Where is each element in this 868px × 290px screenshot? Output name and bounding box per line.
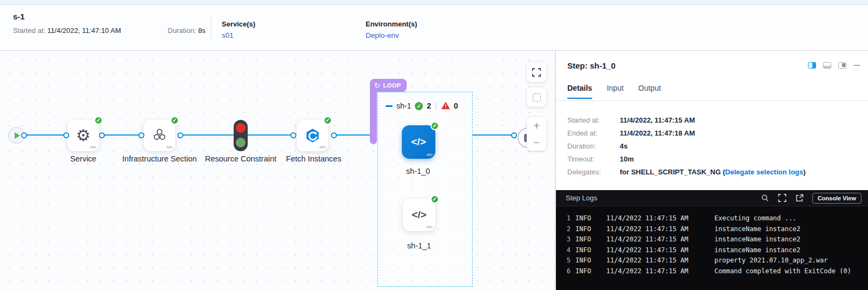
log-message: instanceName instance2 bbox=[714, 224, 800, 235]
log-timestamp: 11/4/2022 11:47:15 AM bbox=[606, 213, 688, 224]
tab-output[interactable]: Output bbox=[638, 84, 661, 99]
fullscreen-icon bbox=[532, 68, 541, 77]
log-search-button[interactable] bbox=[761, 194, 769, 202]
loop-group-header: sh-1 ✓ 2 0 bbox=[386, 102, 458, 110]
layout-right-drawer-icon[interactable] bbox=[838, 62, 846, 69]
gear-icon: ⚙ bbox=[76, 127, 91, 144]
success-count-icon: ✓ bbox=[415, 102, 423, 110]
duration-row: Duration: 8s bbox=[168, 26, 206, 35]
log-timestamp: 11/4/2022 11:47:15 AM bbox=[606, 255, 688, 266]
search-icon bbox=[761, 194, 769, 202]
log-line: 4 INFO 11/4/2022 11:47:15 AM instanceNam… bbox=[556, 245, 868, 256]
execution-page: s-1 Started at: 11/4/2022, 11:47:10 AM D… bbox=[0, 0, 868, 290]
header-divider bbox=[211, 16, 211, 39]
canvas-marquee-select-button[interactable] bbox=[527, 87, 546, 107]
environment-link[interactable]: Deplo-env bbox=[366, 31, 417, 39]
node-resource-constraint[interactable] bbox=[234, 120, 248, 151]
flow-line bbox=[102, 134, 141, 136]
service-link[interactable]: s01 bbox=[222, 31, 255, 39]
log-line-number: 1 bbox=[564, 213, 571, 224]
hexagon-cluster-icon bbox=[151, 127, 168, 144]
pipeline-name: s-1 bbox=[13, 12, 25, 21]
started-at-label: Started at: bbox=[13, 26, 45, 35]
log-open-new-tab-button[interactable] bbox=[796, 194, 804, 202]
log-line: 1 INFO 11/4/2022 11:47:15 AM Executing c… bbox=[556, 213, 868, 224]
detail-value: 11/4/2022, 11:47:15 AM bbox=[620, 116, 695, 124]
flow-line bbox=[334, 134, 371, 136]
log-message: instanceName instance2 bbox=[714, 245, 800, 256]
main-area: ⚙ ✓ </> Service ✓ </> Infrastructure Sec… bbox=[0, 51, 868, 290]
zoom-in-button[interactable]: + bbox=[527, 117, 546, 134]
count-divider bbox=[436, 102, 436, 110]
zoom-out-button[interactable]: − bbox=[527, 134, 546, 151]
services-column: Service(s) s01 bbox=[222, 20, 255, 39]
node-fetch-instances[interactable]: ✓ </> bbox=[297, 120, 328, 151]
node-label: sh-1_1 bbox=[387, 241, 452, 252]
canvas-zoom-controls: + − bbox=[527, 117, 546, 151]
log-level: INFO bbox=[575, 213, 594, 224]
success-badge-icon: ✓ bbox=[94, 116, 103, 125]
loop-badge[interactable]: ↻ LOOP bbox=[370, 79, 407, 92]
failure-count: 0 bbox=[454, 102, 458, 110]
loop-group-strip bbox=[370, 91, 377, 144]
external-link-icon bbox=[796, 194, 804, 202]
canvas-fullscreen-button[interactable] bbox=[527, 63, 546, 82]
expand-icon bbox=[778, 194, 786, 202]
console-view-button[interactable]: Console View bbox=[812, 193, 862, 204]
tab-details[interactable]: Details bbox=[567, 84, 592, 99]
detail-value: 11/4/2022, 11:47:18 AM bbox=[620, 129, 695, 137]
log-message: property 2021.07.10_app_2.war bbox=[714, 255, 828, 266]
log-level: INFO bbox=[575, 224, 594, 235]
top-strip bbox=[0, 0, 868, 5]
connector-dot bbox=[511, 132, 517, 138]
tabs-divider bbox=[556, 100, 868, 101]
log-fullscreen-button[interactable] bbox=[778, 194, 786, 202]
node-label: Service bbox=[56, 154, 110, 165]
started-at-value: 11/4/2022, 11:47:10 AM bbox=[48, 26, 121, 35]
flow-line bbox=[180, 134, 234, 136]
panel-layout-controls bbox=[808, 62, 860, 69]
services-label: Service(s) bbox=[222, 20, 255, 28]
log-level: INFO bbox=[575, 245, 594, 256]
detail-row: Ended at: 11/4/2022, 11:47:18 AM bbox=[567, 126, 806, 139]
play-icon bbox=[15, 132, 20, 139]
step-logs-console: Step Logs bbox=[556, 190, 868, 290]
connector-dot bbox=[99, 132, 105, 138]
log-line-number: 4 bbox=[564, 245, 571, 256]
code-template-icon: </> bbox=[319, 145, 326, 150]
pipeline-canvas[interactable]: ⚙ ✓ </> Service ✓ </> Infrastructure Sec… bbox=[0, 51, 555, 290]
log-timestamp: 11/4/2022 11:47:15 AM bbox=[606, 245, 688, 256]
detail-label: Timeout: bbox=[567, 155, 620, 163]
layout-split-right-icon[interactable] bbox=[808, 62, 816, 69]
traffic-green-light-icon bbox=[236, 138, 246, 147]
delegate-selection-logs-link[interactable]: Delegate selection logs bbox=[725, 168, 804, 176]
loop-icon: ↻ bbox=[374, 82, 380, 90]
layout-bottom-icon[interactable] bbox=[823, 62, 831, 69]
failure-warning-icon bbox=[441, 102, 450, 110]
panel-title: Step: sh-1_0 bbox=[567, 61, 615, 70]
log-timestamp: 11/4/2022 11:47:15 AM bbox=[606, 234, 688, 245]
flow-line bbox=[248, 134, 293, 136]
collapse-group-button[interactable] bbox=[386, 105, 393, 107]
node-label: sh-1_0 bbox=[386, 166, 450, 177]
detail-row: Started at: 11/4/2022, 11:47:15 AM bbox=[567, 113, 806, 126]
success-badge-icon: ✓ bbox=[430, 122, 439, 130]
code-template-icon: </> bbox=[426, 152, 433, 157]
log-message: Executing command ... bbox=[714, 213, 797, 224]
shell-script-icon: </> bbox=[412, 209, 426, 221]
step-details-list: Started at: 11/4/2022, 11:47:15 AM Ended… bbox=[567, 113, 806, 178]
connector-dot bbox=[63, 132, 69, 138]
log-line: 3 INFO 11/4/2022 11:47:15 AM instanceNam… bbox=[556, 234, 868, 245]
tab-input[interactable]: Input bbox=[607, 84, 624, 99]
node-sh-1-1[interactable]: </> ✓ </> bbox=[403, 199, 435, 231]
log-timestamp: 11/4/2022 11:47:15 AM bbox=[606, 266, 688, 277]
connector-dot bbox=[290, 132, 296, 138]
connector-dot bbox=[138, 132, 144, 138]
log-level: INFO bbox=[575, 266, 594, 277]
minimize-panel-icon[interactable] bbox=[853, 65, 860, 66]
success-count: 2 bbox=[427, 102, 431, 110]
node-infrastructure[interactable]: ✓ </> bbox=[144, 120, 175, 151]
panel-tabs: Details Input Output bbox=[567, 84, 661, 99]
node-sh-1-0[interactable]: </> ✓ </> bbox=[402, 125, 435, 159]
node-service[interactable]: ⚙ ✓ </> bbox=[68, 120, 99, 151]
